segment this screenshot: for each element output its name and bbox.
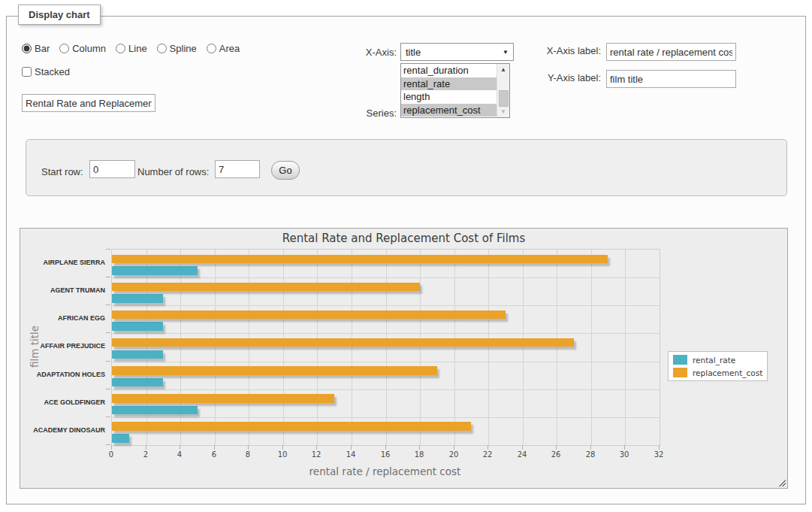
gridline [249,250,249,445]
bar-replacement_cost [112,338,574,347]
chart-type-label-line: Line [128,43,147,54]
chart-type-label-spline: Spline [170,43,197,54]
chart-type-radio-column[interactable] [59,44,69,53]
chart-type-option-spline[interactable]: Spline [157,43,197,54]
y-axis-tick [106,304,110,305]
chart-type-option-column[interactable]: Column [59,43,106,54]
chart-type-radio-group: Bar Column Line Spline Area [22,43,240,54]
x-axis-tick [522,445,523,450]
gridline [591,250,592,445]
x-axis-tick [556,445,557,450]
gridline [386,250,387,445]
gridline [215,250,216,445]
gridline [112,362,660,362]
series-scrollbar[interactable]: ▲ ▼ [497,64,509,117]
chart-type-radio-bar[interactable] [22,44,32,53]
start-row-input[interactable] [89,160,135,178]
x-tick-label: 26 [541,450,571,459]
scrollbar-down-icon[interactable]: ▼ [497,106,509,117]
scrollbar-up-icon[interactable]: ▲ [497,64,509,75]
bar-replacement_cost [112,366,437,375]
x-axis-tick [316,445,317,450]
legend-label: rental_rate [693,356,735,365]
y-axis-label-input[interactable] [606,70,736,88]
series-option-length[interactable]: length [401,90,497,104]
y-axis-tick [106,389,110,389]
legend-item: rental_rate [673,355,762,365]
chart-type-option-area[interactable]: Area [207,43,240,54]
x-axis-tick [248,445,249,450]
x-axis-tick [419,445,420,450]
y-axis-tick [106,417,110,417]
x-axis-tick [111,445,112,450]
gridline [112,417,660,418]
stacked-checkbox[interactable] [22,67,32,77]
gridline [283,250,284,445]
legend-swatch-icon [673,368,687,377]
category-label: AIRPLANE SIERRA [20,249,105,277]
category-label: ACE GOLDFINGER [20,389,105,417]
series-options: rental_duration rental_rate length repla… [401,64,497,117]
scrollbar-thumb[interactable] [499,90,509,107]
x-axis-tick [385,445,386,450]
x-axis-selected-value: title [406,47,421,58]
number-of-rows-label: Number of rows: [137,166,209,177]
chart-type-label-bar: Bar [35,43,50,54]
category-label: AFFAIR PREJUDICE [20,332,105,360]
x-tick-label: 10 [267,450,297,459]
y-axis-tick [106,249,110,250]
chart-type-option-line[interactable]: Line [116,43,147,54]
resize-handle-icon[interactable] [777,478,786,486]
x-tick-label: 16 [370,450,400,459]
x-axis-tick [351,445,352,450]
x-axis-tick [624,445,625,450]
bar-rental_rate [112,322,163,331]
x-axis-select[interactable]: title ▼ [400,43,514,61]
gridline [317,250,318,445]
chart-container: Rental Rate and Replacement Cost of Film… [20,228,788,489]
stacked-option[interactable]: Stacked [22,66,70,77]
go-button[interactable]: Go [271,161,300,180]
start-row-label: Start row: [41,166,83,177]
x-axis-tick [214,445,215,450]
stacked-row: Stacked [22,66,70,77]
x-axis-tick [282,445,283,450]
y-axis-tick [106,361,110,362]
category-label: AFRICAN EGG [20,304,105,332]
category-label: AGENT TRUMAN [20,277,105,304]
chart-type-radio-area[interactable] [207,44,216,53]
plot-area [111,249,660,446]
number-of-rows-input[interactable] [215,160,260,178]
series-option-rental-duration[interactable]: rental_duration [401,64,497,77]
series-option-rental-rate[interactable]: rental_rate [401,77,497,91]
gridline [454,250,455,445]
chart-title-input[interactable] [22,94,155,112]
chart-type-radio-line[interactable] [116,44,125,53]
bar-replacement_cost [112,283,420,292]
x-tick-label: 2 [131,450,161,459]
x-tick-label: 28 [575,450,605,459]
chart-type-option-bar[interactable]: Bar [22,43,50,54]
x-tick-label: 32 [644,450,674,459]
x-axis-label-input[interactable] [606,43,736,61]
gridline [112,305,660,306]
chart-type-label-area: Area [219,43,240,54]
x-axis-tick [146,445,146,450]
gridline [352,250,352,445]
bar-replacement_cost [112,422,471,431]
chart-legend: rental_ratereplacement_cost [668,351,768,381]
chart-title: Rental Rate and Replacement Cost of Film… [20,232,787,245]
x-tick-label: 18 [404,450,434,459]
series-option-replacement-cost[interactable]: replacement_cost [401,104,497,117]
chart-type-radio-spline[interactable] [157,44,167,53]
x-axis-label-caption: X-Axis label: [518,45,601,56]
bar-rental_rate [112,378,163,387]
bar-replacement_cost [112,255,608,264]
x-tick-label: 12 [301,450,331,459]
gridline [112,277,660,278]
category-label: ACADEMY DINOSAUR [20,417,105,444]
series-list-label: Series: [315,108,397,119]
series-multiselect[interactable]: rental_duration rental_rate length repla… [400,63,510,118]
bar-rental_rate [112,350,163,359]
y-axis-tick [106,332,110,333]
